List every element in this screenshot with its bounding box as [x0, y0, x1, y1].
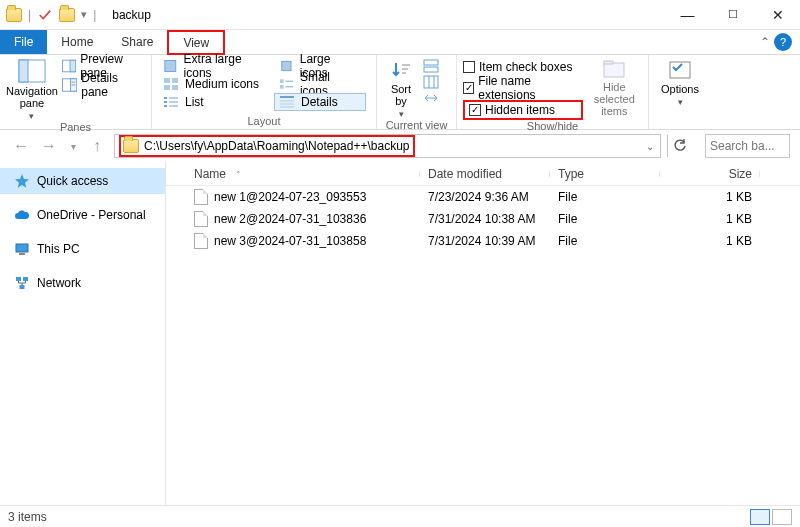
- cloud-icon: [14, 207, 30, 223]
- icons-md-icon: [163, 77, 179, 91]
- table-row[interactable]: new 1@2024-07-23_0935537/23/2024 9:36 AM…: [166, 186, 800, 208]
- sort-by-button[interactable]: Sort by ▾: [383, 57, 419, 119]
- tab-file[interactable]: File: [0, 30, 47, 54]
- column-date[interactable]: Date modified: [420, 167, 550, 181]
- sidebar-this-pc[interactable]: This PC: [0, 236, 165, 262]
- navigation-pane-button[interactable]: Navigation pane ▾: [6, 57, 58, 121]
- svg-rect-19: [164, 101, 167, 103]
- file-type: File: [550, 234, 660, 248]
- add-columns-icon[interactable]: [423, 75, 439, 89]
- file-list: new 1@2024-07-23_0935537/23/2024 9:36 AM…: [166, 186, 800, 252]
- details-pane-icon: [62, 78, 77, 92]
- file-date: 7/31/2024 10:39 AM: [420, 234, 550, 248]
- search-placeholder: Search ba...: [710, 139, 775, 153]
- folder-icon: [6, 8, 22, 22]
- recent-locations-button[interactable]: ▾: [66, 135, 80, 157]
- tab-home[interactable]: Home: [47, 30, 107, 54]
- options-icon: [668, 59, 692, 81]
- file-name: new 1@2024-07-23_093553: [214, 190, 366, 204]
- file-name: new 2@2024-07-31_103836: [214, 212, 366, 226]
- title-bar: | ▾ | backup — ☐ ✕: [0, 0, 800, 30]
- svg-rect-42: [23, 277, 28, 281]
- ribbon-collapse-icon[interactable]: ⌃: [756, 30, 774, 54]
- icons-lg-icon: [279, 59, 294, 73]
- icons-list-icon: [163, 95, 179, 109]
- up-button[interactable]: ↑: [86, 135, 108, 157]
- details-pane-button[interactable]: Details pane: [62, 76, 145, 94]
- svg-rect-8: [165, 61, 176, 72]
- sort-asc-icon: ˄: [236, 170, 241, 180]
- maximize-button[interactable]: ☐: [710, 0, 755, 30]
- ribbon: Navigation pane ▾ Preview pane Details p…: [0, 55, 800, 130]
- column-name[interactable]: Name˄: [166, 167, 420, 181]
- search-box[interactable]: Search ba...: [705, 134, 790, 158]
- file-name: new 3@2024-07-31_103858: [214, 234, 366, 248]
- size-columns-icon[interactable]: [423, 91, 439, 105]
- address-bar[interactable]: C:\Users\fy\AppData\Roaming\Notepad++\ba…: [114, 134, 661, 158]
- view-details-button[interactable]: [750, 509, 770, 525]
- svg-rect-43: [20, 285, 25, 289]
- qat-overflow-icon[interactable]: ▾: [81, 8, 87, 21]
- icons-sm-icon: [279, 77, 294, 91]
- back-button[interactable]: ←: [10, 135, 32, 157]
- title-separator: |: [28, 8, 31, 22]
- view-large-button[interactable]: [772, 509, 792, 525]
- svg-rect-20: [164, 105, 167, 107]
- sidebar-network[interactable]: Network: [0, 270, 165, 296]
- file-icon: [194, 211, 208, 227]
- file-size: 1 KB: [660, 234, 760, 248]
- status-item-count: 3 items: [8, 510, 47, 524]
- svg-rect-9: [282, 61, 291, 70]
- checkmark-icon: [37, 8, 53, 22]
- svg-rect-31: [424, 60, 438, 65]
- folder-icon: [123, 139, 139, 153]
- pc-icon: [14, 241, 30, 257]
- svg-rect-36: [604, 63, 624, 77]
- navigation-sidebar: Quick access OneDrive - Personal This PC…: [0, 162, 166, 505]
- refresh-button[interactable]: [667, 135, 691, 157]
- file-icon: [194, 233, 208, 249]
- svg-rect-10: [164, 78, 170, 83]
- sidebar-onedrive[interactable]: OneDrive - Personal: [0, 202, 165, 228]
- icons-xl-icon: [163, 59, 178, 73]
- hidden-items-toggle[interactable]: ✓ Hidden items: [463, 100, 583, 120]
- help-icon[interactable]: ?: [774, 33, 792, 51]
- forward-button[interactable]: →: [38, 135, 60, 157]
- navigation-pane-icon: [18, 59, 46, 83]
- hide-selected-button[interactable]: Hide selected items: [587, 57, 642, 117]
- file-type: File: [550, 212, 660, 226]
- svg-rect-11: [172, 78, 178, 83]
- close-button[interactable]: ✕: [755, 0, 800, 30]
- group-label-layout: Layout: [152, 115, 376, 129]
- layout-small[interactable]: Small icons: [274, 75, 366, 93]
- minimize-button[interactable]: —: [665, 0, 710, 30]
- table-row[interactable]: new 2@2024-07-31_1038367/31/2024 10:38 A…: [166, 208, 800, 230]
- svg-rect-38: [670, 62, 690, 78]
- column-headers: Name˄ Date modified Type Size: [166, 162, 800, 186]
- file-ext-toggle[interactable]: ✓ File name extensions: [463, 79, 583, 97]
- tab-share[interactable]: Share: [107, 30, 167, 54]
- layout-list[interactable]: List: [158, 93, 274, 111]
- options-button[interactable]: Options ▾: [655, 57, 705, 107]
- star-icon: [14, 173, 30, 189]
- column-size[interactable]: Size: [660, 167, 760, 181]
- svg-rect-40: [19, 253, 25, 255]
- title-separator: |: [93, 8, 96, 22]
- sidebar-quick-access[interactable]: Quick access: [0, 168, 165, 194]
- svg-rect-37: [604, 61, 613, 64]
- file-date: 7/31/2024 10:38 AM: [420, 212, 550, 226]
- checkbox-icon: ✓: [463, 82, 474, 94]
- network-icon: [14, 275, 30, 291]
- svg-rect-33: [424, 76, 438, 88]
- layout-details[interactable]: Details: [274, 93, 366, 111]
- group-by-icon[interactable]: [423, 59, 439, 73]
- svg-rect-3: [70, 60, 76, 72]
- column-type[interactable]: Type: [550, 167, 660, 181]
- file-date: 7/23/2024 9:36 AM: [420, 190, 550, 204]
- address-dropdown-icon[interactable]: ⌄: [640, 141, 660, 152]
- file-size: 1 KB: [660, 190, 760, 204]
- layout-medium[interactable]: Medium icons: [158, 75, 274, 93]
- checkbox-icon: ✓: [469, 104, 481, 116]
- table-row[interactable]: new 3@2024-07-31_1038587/31/2024 10:39 A…: [166, 230, 800, 252]
- layout-extra-large[interactable]: Extra large icons: [158, 57, 274, 75]
